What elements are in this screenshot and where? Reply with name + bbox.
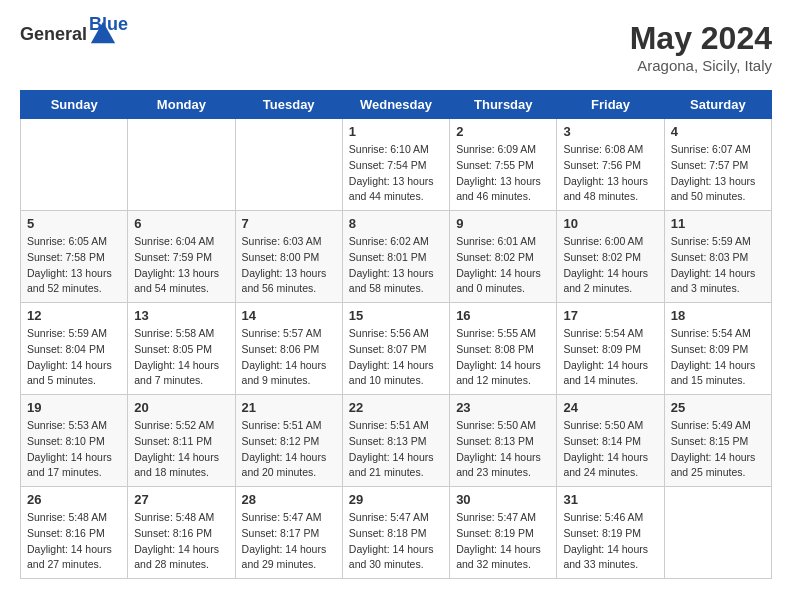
calendar-cell: 31Sunrise: 5:46 AMSunset: 8:19 PMDayligh… [557,487,664,579]
day-info: Sunrise: 6:04 AMSunset: 7:59 PMDaylight:… [134,234,228,297]
day-info: Sunrise: 5:52 AMSunset: 8:11 PMDaylight:… [134,418,228,481]
calendar-cell: 8Sunrise: 6:02 AMSunset: 8:01 PMDaylight… [342,211,449,303]
day-info: Sunrise: 5:56 AMSunset: 8:07 PMDaylight:… [349,326,443,389]
day-info: Sunrise: 5:55 AMSunset: 8:08 PMDaylight:… [456,326,550,389]
col-header-monday: Monday [128,91,235,119]
day-number: 4 [671,124,765,139]
day-number: 12 [27,308,121,323]
day-info: Sunrise: 6:02 AMSunset: 8:01 PMDaylight:… [349,234,443,297]
day-info: Sunrise: 5:50 AMSunset: 8:14 PMDaylight:… [563,418,657,481]
day-info: Sunrise: 5:51 AMSunset: 8:13 PMDaylight:… [349,418,443,481]
calendar-cell: 7Sunrise: 6:03 AMSunset: 8:00 PMDaylight… [235,211,342,303]
day-info: Sunrise: 6:01 AMSunset: 8:02 PMDaylight:… [456,234,550,297]
day-number: 14 [242,308,336,323]
day-info: Sunrise: 6:03 AMSunset: 8:00 PMDaylight:… [242,234,336,297]
day-info: Sunrise: 6:07 AMSunset: 7:57 PMDaylight:… [671,142,765,205]
calendar-cell: 21Sunrise: 5:51 AMSunset: 8:12 PMDayligh… [235,395,342,487]
day-info: Sunrise: 5:48 AMSunset: 8:16 PMDaylight:… [134,510,228,573]
day-number: 19 [27,400,121,415]
calendar-table: SundayMondayTuesdayWednesdayThursdayFrid… [20,90,772,579]
calendar-cell: 11Sunrise: 5:59 AMSunset: 8:03 PMDayligh… [664,211,771,303]
calendar-cell: 30Sunrise: 5:47 AMSunset: 8:19 PMDayligh… [450,487,557,579]
day-number: 25 [671,400,765,415]
day-number: 20 [134,400,228,415]
day-info: Sunrise: 6:00 AMSunset: 8:02 PMDaylight:… [563,234,657,297]
day-number: 5 [27,216,121,231]
col-header-wednesday: Wednesday [342,91,449,119]
calendar-cell: 26Sunrise: 5:48 AMSunset: 8:16 PMDayligh… [21,487,128,579]
calendar-cell [235,119,342,211]
title-block: May 2024 Aragona, Sicily, Italy [630,20,772,74]
day-number: 18 [671,308,765,323]
day-info: Sunrise: 5:48 AMSunset: 8:16 PMDaylight:… [27,510,121,573]
calendar-cell: 18Sunrise: 5:54 AMSunset: 8:09 PMDayligh… [664,303,771,395]
day-number: 3 [563,124,657,139]
calendar-cell [128,119,235,211]
day-number: 17 [563,308,657,323]
day-info: Sunrise: 5:47 AMSunset: 8:17 PMDaylight:… [242,510,336,573]
col-header-thursday: Thursday [450,91,557,119]
month-title: May 2024 [630,20,772,57]
calendar-cell: 4Sunrise: 6:07 AMSunset: 7:57 PMDaylight… [664,119,771,211]
calendar-cell: 13Sunrise: 5:58 AMSunset: 8:05 PMDayligh… [128,303,235,395]
calendar-week-row: 5Sunrise: 6:05 AMSunset: 7:58 PMDaylight… [21,211,772,303]
calendar-week-row: 26Sunrise: 5:48 AMSunset: 8:16 PMDayligh… [21,487,772,579]
calendar-cell: 19Sunrise: 5:53 AMSunset: 8:10 PMDayligh… [21,395,128,487]
col-header-tuesday: Tuesday [235,91,342,119]
calendar-cell: 9Sunrise: 6:01 AMSunset: 8:02 PMDaylight… [450,211,557,303]
day-info: Sunrise: 5:51 AMSunset: 8:12 PMDaylight:… [242,418,336,481]
day-number: 15 [349,308,443,323]
logo: General Blue [20,20,156,48]
calendar-header-row: SundayMondayTuesdayWednesdayThursdayFrid… [21,91,772,119]
calendar-cell: 14Sunrise: 5:57 AMSunset: 8:06 PMDayligh… [235,303,342,395]
day-info: Sunrise: 5:53 AMSunset: 8:10 PMDaylight:… [27,418,121,481]
day-number: 21 [242,400,336,415]
calendar-cell: 29Sunrise: 5:47 AMSunset: 8:18 PMDayligh… [342,487,449,579]
col-header-sunday: Sunday [21,91,128,119]
day-info: Sunrise: 5:49 AMSunset: 8:15 PMDaylight:… [671,418,765,481]
day-number: 9 [456,216,550,231]
day-number: 2 [456,124,550,139]
day-number: 29 [349,492,443,507]
logo-blue-text: Blue [89,14,128,35]
day-info: Sunrise: 5:59 AMSunset: 8:04 PMDaylight:… [27,326,121,389]
col-header-saturday: Saturday [664,91,771,119]
calendar-cell: 24Sunrise: 5:50 AMSunset: 8:14 PMDayligh… [557,395,664,487]
day-info: Sunrise: 5:57 AMSunset: 8:06 PMDaylight:… [242,326,336,389]
day-number: 27 [134,492,228,507]
day-info: Sunrise: 6:05 AMSunset: 7:58 PMDaylight:… [27,234,121,297]
day-info: Sunrise: 5:47 AMSunset: 8:19 PMDaylight:… [456,510,550,573]
calendar-cell: 12Sunrise: 5:59 AMSunset: 8:04 PMDayligh… [21,303,128,395]
calendar-cell: 22Sunrise: 5:51 AMSunset: 8:13 PMDayligh… [342,395,449,487]
day-number: 11 [671,216,765,231]
calendar-week-row: 19Sunrise: 5:53 AMSunset: 8:10 PMDayligh… [21,395,772,487]
logo-general-text: General [20,24,87,45]
day-number: 1 [349,124,443,139]
day-number: 30 [456,492,550,507]
day-info: Sunrise: 5:47 AMSunset: 8:18 PMDaylight:… [349,510,443,573]
day-number: 6 [134,216,228,231]
calendar-week-row: 12Sunrise: 5:59 AMSunset: 8:04 PMDayligh… [21,303,772,395]
day-number: 22 [349,400,443,415]
day-number: 16 [456,308,550,323]
day-info: Sunrise: 6:09 AMSunset: 7:55 PMDaylight:… [456,142,550,205]
calendar-cell: 23Sunrise: 5:50 AMSunset: 8:13 PMDayligh… [450,395,557,487]
calendar-cell: 28Sunrise: 5:47 AMSunset: 8:17 PMDayligh… [235,487,342,579]
calendar-cell: 1Sunrise: 6:10 AMSunset: 7:54 PMDaylight… [342,119,449,211]
calendar-cell: 3Sunrise: 6:08 AMSunset: 7:56 PMDaylight… [557,119,664,211]
calendar-cell: 5Sunrise: 6:05 AMSunset: 7:58 PMDaylight… [21,211,128,303]
day-number: 7 [242,216,336,231]
calendar-cell: 6Sunrise: 6:04 AMSunset: 7:59 PMDaylight… [128,211,235,303]
calendar-cell: 25Sunrise: 5:49 AMSunset: 8:15 PMDayligh… [664,395,771,487]
calendar-cell: 17Sunrise: 5:54 AMSunset: 8:09 PMDayligh… [557,303,664,395]
day-number: 23 [456,400,550,415]
calendar-cell: 15Sunrise: 5:56 AMSunset: 8:07 PMDayligh… [342,303,449,395]
day-number: 31 [563,492,657,507]
day-info: Sunrise: 5:54 AMSunset: 8:09 PMDaylight:… [671,326,765,389]
day-info: Sunrise: 6:08 AMSunset: 7:56 PMDaylight:… [563,142,657,205]
day-number: 28 [242,492,336,507]
day-number: 10 [563,216,657,231]
calendar-cell: 20Sunrise: 5:52 AMSunset: 8:11 PMDayligh… [128,395,235,487]
day-number: 8 [349,216,443,231]
calendar-cell [664,487,771,579]
